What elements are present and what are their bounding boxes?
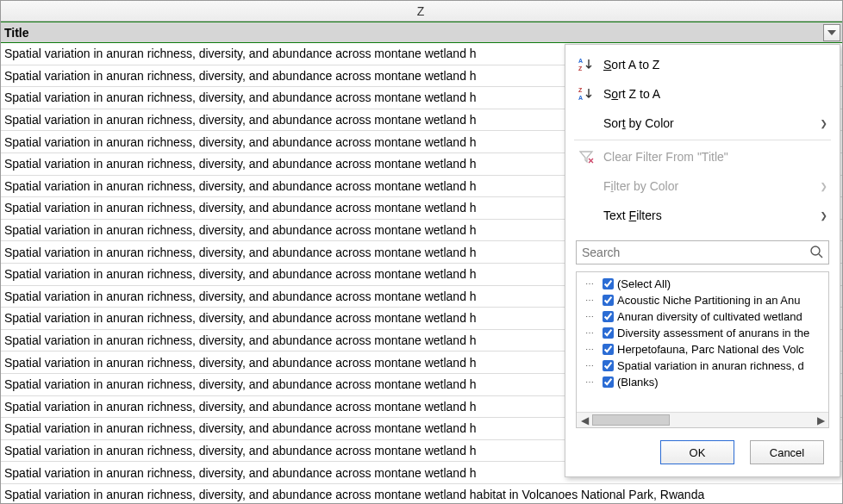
tree-connector-icon: ⋯: [580, 312, 599, 321]
cell-value: Spatial variation in anuran richness, di…: [4, 400, 477, 414]
column-letter-bar: Z: [1, 1, 842, 22]
svg-text:Z: Z: [578, 65, 583, 72]
cell-value: Spatial variation in anuran richness, di…: [4, 90, 477, 104]
cell-value: Spatial variation in anuran richness, di…: [4, 311, 477, 325]
filter-checkbox[interactable]: [603, 360, 614, 371]
chevron-right-icon: ❯: [821, 208, 827, 222]
filter-check-label: Anuran diversity of cultivated wetland: [617, 310, 802, 323]
text-filters[interactable]: Text Filters ❯: [565, 201, 840, 230]
clear-filter-icon: [578, 148, 595, 165]
sort-z-to-a[interactable]: Z A Sort Z to A: [565, 79, 840, 109]
sort-by-color[interactable]: Sort by Color ❯: [565, 109, 840, 138]
cell-value: Spatial variation in anuran richness, di…: [4, 333, 477, 347]
tree-connector-icon: ⋯: [580, 361, 599, 370]
tree-connector-icon: ⋯: [580, 279, 599, 289]
scroll-right-arrow[interactable]: ▶: [813, 413, 828, 428]
cell-value: Spatial variation in anuran richness, di…: [4, 377, 477, 391]
ok-button[interactable]: OK: [660, 440, 734, 464]
autofilter-panel: A Z Sort A to Z Z A Sort Z to A Sort by …: [565, 44, 840, 477]
cancel-button[interactable]: Cancel: [750, 440, 824, 464]
scroll-thumb[interactable]: [592, 414, 670, 426]
filter-check-item[interactable]: ⋯Anuran diversity of cultivated wetland: [580, 308, 825, 325]
tree-connector-icon: ⋯: [580, 345, 599, 354]
cell-value: Spatial variation in anuran richness, di…: [4, 289, 477, 303]
svg-text:A: A: [578, 95, 583, 101]
cell-value: Spatial variation in anuran richness, di…: [4, 444, 477, 457]
filter-check-item[interactable]: ⋯Acoustic Niche Partitioning in an Anu: [580, 292, 825, 308]
filter-checkbox[interactable]: [603, 344, 614, 355]
filter-check-item[interactable]: ⋯Spatial variation in anuran richness, d: [580, 358, 825, 374]
column-header-row[interactable]: Title: [1, 22, 842, 43]
filter-checklist: ⋯(Select All)⋯Acoustic Niche Partitionin…: [576, 271, 829, 428]
filter-check-label: Diversity assessment of anurans in the: [617, 327, 809, 339]
scroll-left-arrow[interactable]: ◀: [577, 413, 592, 428]
svg-point-4: [811, 246, 820, 255]
column-header-label: Title: [4, 26, 29, 40]
filter-search-input[interactable]: [582, 246, 804, 259]
search-icon: [809, 245, 823, 261]
filter-check-item[interactable]: ⋯(Blanks): [580, 374, 825, 390]
filter-check-label: Herpetofauna, Parc National des Volc: [617, 343, 804, 356]
cell-value: Spatial variation in anuran richness, di…: [4, 113, 477, 127]
filter-check-label: Spatial variation in anuran richness, d: [617, 359, 804, 372]
tree-connector-icon: ⋯: [580, 296, 599, 305]
cell-value: Spatial variation in anuran richness, di…: [4, 356, 477, 370]
filter-check-item[interactable]: ⋯(Select All): [580, 276, 825, 292]
cell-value: Spatial variation in anuran richness, di…: [4, 267, 477, 281]
chevron-down-icon: [827, 30, 836, 35]
cell-value: Spatial variation in anuran richness, di…: [4, 135, 477, 149]
sort-az-icon: A Z: [578, 56, 595, 73]
chevron-right-icon: ❯: [821, 116, 827, 130]
cell-value: Spatial variation in anuran richness, di…: [4, 421, 477, 435]
filter-check-label: (Select All): [617, 277, 671, 290]
filter-check-label: (Blanks): [617, 376, 659, 389]
cell-value: Spatial variation in anuran richness, di…: [4, 157, 477, 171]
filter-checkbox[interactable]: [603, 278, 614, 289]
horizontal-scrollbar[interactable]: ◀ ▶: [577, 412, 828, 427]
table-row[interactable]: Spatial variation in anuran richness, di…: [1, 484, 842, 504]
cell-value: Spatial variation in anuran richness, di…: [4, 201, 477, 215]
tree-connector-icon: ⋯: [580, 377, 599, 387]
filter-check-item[interactable]: ⋯Herpetofauna, Parc National des Volc: [580, 341, 825, 358]
column-letter: Z: [417, 4, 427, 18]
clear-filter: Clear Filter From "Title": [565, 142, 840, 171]
cell-value: Spatial variation in anuran richness, di…: [4, 179, 477, 193]
filter-check-item[interactable]: ⋯Diversity assessment of anurans in the: [580, 325, 825, 341]
filter-by-color: Filter by Color ❯: [565, 171, 840, 201]
cell-value: Spatial variation in anuran richness, di…: [4, 47, 477, 60]
filter-checkbox[interactable]: [603, 311, 614, 322]
filter-check-label: Acoustic Niche Partitioning in an Anu: [617, 294, 800, 307]
filter-checkbox[interactable]: [603, 376, 614, 388]
svg-text:Z: Z: [578, 87, 583, 93]
filter-checkbox[interactable]: [603, 295, 614, 306]
tree-connector-icon: ⋯: [580, 328, 599, 338]
cell-value: Spatial variation in anuran richness, di…: [4, 246, 477, 259]
filter-dropdown-button[interactable]: [823, 24, 840, 41]
cell-value: Spatial variation in anuran richness, di…: [4, 69, 477, 83]
sort-a-to-z[interactable]: A Z Sort A to Z: [565, 50, 840, 79]
cell-value: Spatial variation in anuran richness, di…: [4, 466, 477, 480]
sort-za-icon: Z A: [578, 85, 595, 103]
filter-checkbox[interactable]: [603, 327, 614, 339]
cell-value: Spatial variation in anuran richness, di…: [4, 223, 477, 237]
cell-value: Spatial variation in anuran richness, di…: [4, 488, 704, 501]
svg-text:A: A: [578, 58, 583, 64]
filter-search-box[interactable]: [576, 240, 829, 264]
chevron-right-icon: ❯: [821, 179, 827, 193]
